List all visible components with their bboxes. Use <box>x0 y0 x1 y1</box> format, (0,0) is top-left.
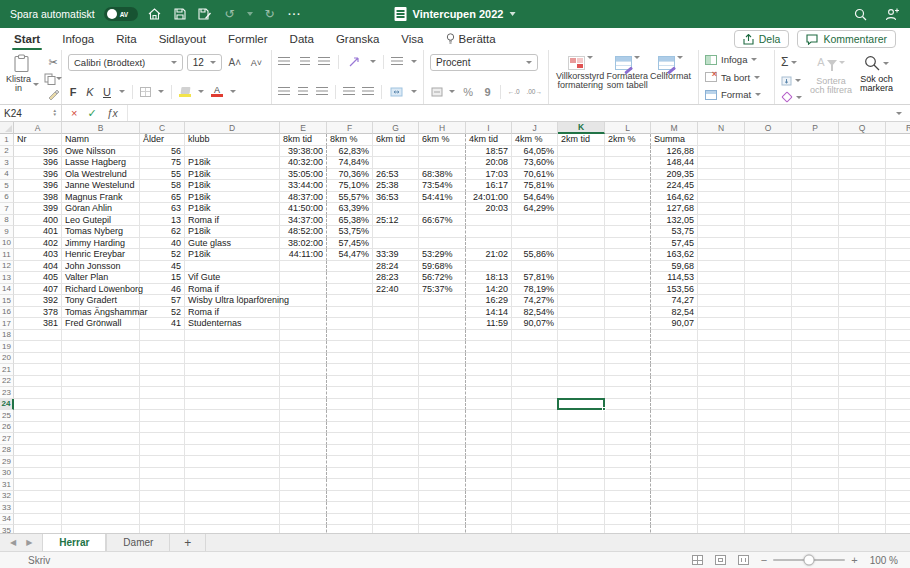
cell-P7[interactable] <box>792 203 839 215</box>
autosum-button[interactable]: Σ <box>781 55 802 69</box>
cell-P29[interactable] <box>792 456 839 468</box>
cell-R8[interactable] <box>886 215 910 227</box>
cell-H6[interactable]: 54:41% <box>419 192 466 204</box>
cell-B7[interactable]: Göran Ahlin <box>62 203 140 215</box>
cell-B35[interactable] <box>62 525 140 533</box>
fill-color-chevron-icon[interactable] <box>198 90 204 93</box>
row-header-18[interactable]: 18 <box>0 330 14 342</box>
cell-I16[interactable]: 14:14 <box>466 307 512 319</box>
cell-R22[interactable] <box>886 376 910 388</box>
cell-G1[interactable]: 6km tid <box>373 134 419 146</box>
cell-G27[interactable] <box>373 433 419 445</box>
cell-J24[interactable] <box>512 399 558 411</box>
cell-B8[interactable]: Leo Gutepil <box>62 215 140 227</box>
cell-K18[interactable] <box>558 330 605 342</box>
col-header-K[interactable]: K <box>558 122 605 134</box>
cell-I29[interactable] <box>466 456 512 468</box>
underline-button[interactable]: U <box>102 84 112 99</box>
insert-cells-button[interactable]: Infoga <box>705 54 768 65</box>
cell-E23[interactable] <box>280 387 327 399</box>
cell-J30[interactable] <box>512 468 558 480</box>
col-header-Q[interactable]: Q <box>839 122 886 134</box>
row-header-3[interactable]: 3 <box>0 157 14 169</box>
cell-L15[interactable] <box>605 295 651 307</box>
cell-G2[interactable] <box>373 146 419 158</box>
cell-L31[interactable] <box>605 479 651 491</box>
cell-L16[interactable] <box>605 307 651 319</box>
cell-L34[interactable] <box>605 514 651 526</box>
cell-F32[interactable] <box>327 491 373 503</box>
cell-G8[interactable]: 25:12 <box>373 215 419 227</box>
cell-O35[interactable] <box>745 525 792 533</box>
cell-G23[interactable] <box>373 387 419 399</box>
cell-N34[interactable] <box>698 514 745 526</box>
cell-R14[interactable] <box>886 284 910 296</box>
col-header-P[interactable]: P <box>792 122 839 134</box>
cell-C31[interactable] <box>140 479 185 491</box>
cell-O31[interactable] <box>745 479 792 491</box>
cell-I19[interactable] <box>466 341 512 353</box>
formula-bar-expand-icon[interactable] <box>888 105 910 121</box>
cell-R24[interactable] <box>886 399 910 411</box>
cell-I12[interactable] <box>466 261 512 273</box>
cell-I24[interactable] <box>466 399 512 411</box>
cell-B30[interactable] <box>62 468 140 480</box>
cell-F13[interactable] <box>327 272 373 284</box>
cell-M24[interactable] <box>651 399 698 411</box>
cell-J32[interactable] <box>512 491 558 503</box>
cell-R1[interactable] <box>886 134 910 146</box>
cell-M9[interactable]: 53,75 <box>651 226 698 238</box>
cell-A25[interactable] <box>14 410 62 422</box>
cell-I14[interactable]: 14:20 <box>466 284 512 296</box>
cell-I18[interactable] <box>466 330 512 342</box>
cell-B32[interactable] <box>62 491 140 503</box>
cell-R9[interactable] <box>886 226 910 238</box>
save-as-icon[interactable] <box>197 6 213 22</box>
redo-icon[interactable]: ↻ <box>262 6 278 22</box>
cell-Q1[interactable] <box>839 134 886 146</box>
cell-R18[interactable] <box>886 330 910 342</box>
cell-L9[interactable] <box>605 226 651 238</box>
cell-G31[interactable] <box>373 479 419 491</box>
cell-H25[interactable] <box>419 410 466 422</box>
cell-D16[interactable]: Roma if <box>185 307 280 319</box>
cell-Q30[interactable] <box>839 468 886 480</box>
cell-I13[interactable]: 18:13 <box>466 272 512 284</box>
cell-R20[interactable] <box>886 353 910 365</box>
cell-G5[interactable]: 25:38 <box>373 180 419 192</box>
cell-J22[interactable] <box>512 376 558 388</box>
cell-F11[interactable]: 54,47% <box>327 249 373 261</box>
cell-F29[interactable] <box>327 456 373 468</box>
cell-O32[interactable] <box>745 491 792 503</box>
cell-D14[interactable]: Roma if <box>185 284 280 296</box>
row-header-17[interactable]: 17 <box>0 318 14 330</box>
cell-L23[interactable] <box>605 387 651 399</box>
cell-J17[interactable]: 90,07% <box>512 318 558 330</box>
row-header-24[interactable]: 24 <box>0 399 14 411</box>
cell-O30[interactable] <box>745 468 792 480</box>
cell-I34[interactable] <box>466 514 512 526</box>
cell-E26[interactable] <box>280 422 327 434</box>
cell-C4[interactable]: 55 <box>140 169 185 181</box>
cell-M13[interactable]: 114,53 <box>651 272 698 284</box>
cell-O34[interactable] <box>745 514 792 526</box>
cell-M26[interactable] <box>651 422 698 434</box>
cell-A1[interactable]: Nr <box>14 134 62 146</box>
cell-A14[interactable]: 407 <box>14 284 62 296</box>
cell-H3[interactable] <box>419 157 466 169</box>
cell-E11[interactable]: 44:11:00 <box>280 249 327 261</box>
format-painter-icon[interactable] <box>44 89 62 102</box>
cell-L7[interactable] <box>605 203 651 215</box>
cell-H15[interactable] <box>419 295 466 307</box>
cell-I27[interactable] <box>466 433 512 445</box>
cell-K13[interactable] <box>558 272 605 284</box>
cell-K9[interactable] <box>558 226 605 238</box>
cell-D11[interactable]: P18ik <box>185 249 280 261</box>
cell-F26[interactable] <box>327 422 373 434</box>
cell-O12[interactable] <box>745 261 792 273</box>
row-header-23[interactable]: 23 <box>0 387 14 399</box>
enter-icon[interactable]: ✓ <box>87 107 96 120</box>
normal-view-icon[interactable] <box>692 555 703 565</box>
cell-A3[interactable]: 396 <box>14 157 62 169</box>
cell-Q4[interactable] <box>839 169 886 181</box>
